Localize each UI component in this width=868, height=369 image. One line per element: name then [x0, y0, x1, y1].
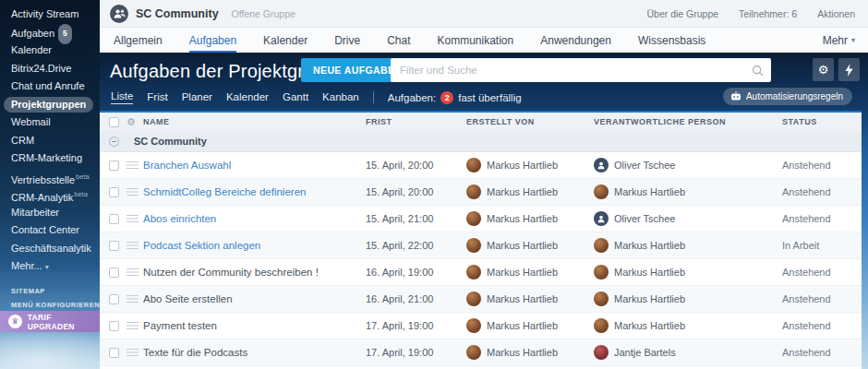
row-menu-icon[interactable] — [127, 268, 139, 270]
row-menu-icon[interactable] — [127, 295, 139, 297]
row-checkbox[interactable] — [109, 348, 119, 358]
collapse-group-icon[interactable] — [109, 137, 119, 147]
task-name-link[interactable]: SchmidtColleg Bereiche definieren — [143, 186, 366, 197]
column-settings-gear-icon[interactable]: ⚙ — [127, 116, 143, 128]
task-name-link[interactable]: Abo Seite erstellen — [143, 293, 366, 304]
task-due-date: 17. April, 19:00 — [366, 320, 466, 331]
sidebar-item-chat[interactable]: Chat und Anrufe — [0, 77, 100, 96]
sidebar-item-mehr[interactable]: Mehr...▾ — [0, 257, 100, 276]
tab-more[interactable]: Mehr▾ — [823, 28, 855, 53]
tab-anwendungen[interactable]: Anwendungen — [540, 28, 611, 53]
creator-name: Markus Hartlieb — [487, 320, 558, 331]
tab-kalender[interactable]: Kalender — [263, 28, 307, 53]
subtab-kanban[interactable]: Kanban — [322, 91, 359, 104]
column-header-frist[interactable]: FRIST — [366, 117, 466, 126]
about-group-link[interactable]: Über die Gruppe — [646, 8, 718, 19]
task-name-link[interactable]: Abos einrichten — [143, 213, 366, 224]
column-header-name[interactable]: NAME — [143, 117, 366, 126]
tab-drive[interactable]: Drive — [334, 28, 360, 53]
row-menu-icon[interactable] — [127, 242, 139, 244]
sidebar-item-crm-analytik[interactable]: CRM-Analytikbeta — [0, 185, 100, 204]
row-checkbox[interactable] — [109, 161, 119, 171]
group-header: SC Community Offene Gruppe Über die Grup… — [100, 0, 868, 28]
row-menu-icon[interactable] — [127, 349, 139, 351]
automation-rules-button[interactable]: Automatisierungsregeln — [723, 88, 852, 105]
subtab-frist[interactable]: Frist — [147, 91, 167, 104]
bitrix24-app: Activity Stream Aufgaben5 Kalender Bitri… — [0, 0, 868, 369]
column-header-status[interactable]: STATUS — [782, 117, 862, 126]
task-due-date: 17. April, 19:00 — [366, 347, 466, 358]
tab-wissensbasis[interactable]: Wissensbasis — [638, 28, 705, 53]
sidebar-item-projektgruppen[interactable]: Projektgruppen — [0, 96, 100, 114]
avatar — [466, 238, 481, 253]
sidebar-item-vertriebsstelle[interactable]: Vertriebsstellebeta — [0, 168, 100, 186]
settings-button[interactable]: ⚙ — [813, 58, 834, 81]
avatar — [594, 345, 609, 360]
tab-chat[interactable]: Chat — [387, 28, 410, 53]
members-count-link[interactable]: Teilnehmer: 6 — [739, 8, 797, 19]
sidebar-item-activity-stream[interactable]: Activity Stream — [0, 6, 100, 24]
sidebar-item-webmail[interactable]: Webmail — [0, 113, 100, 132]
quick-actions-button[interactable] — [838, 58, 860, 81]
subtab-planer[interactable]: Planer — [182, 91, 212, 104]
row-checkbox[interactable] — [109, 321, 119, 331]
sitemap-link[interactable]: SITEMAP — [0, 284, 100, 298]
sidebar-item-crm[interactable]: CRM — [0, 132, 100, 150]
tasks-table: ⚙ NAME FRIST ERSTELLT VON VERANTWORTLICH… — [100, 111, 862, 369]
upgrade-plan-button[interactable]: ♛ TARIF UPGRADEN — [0, 311, 100, 332]
task-name-link[interactable]: Texte für die Podcasts — [143, 347, 366, 358]
sidebar-item-kalender[interactable]: Kalender — [0, 42, 100, 60]
creator-name: Markus Hartlieb — [487, 186, 558, 197]
group-name: SC Community — [136, 7, 219, 20]
column-header-erstellt-von[interactable]: ERSTELLT VON — [466, 117, 594, 126]
task-name-link[interactable]: Branchen Auswahl — [143, 160, 366, 171]
task-due-date: 16. April, 21:00 — [366, 293, 466, 304]
group-avatar-icon — [110, 5, 128, 23]
actions-link[interactable]: Aktionen — [817, 8, 855, 19]
task-name-link[interactable]: Podcast Sektion anlegen — [143, 240, 366, 251]
configure-menu-link[interactable]: MENÜ KONFIGURIEREN — [0, 298, 100, 312]
tab-allgemein[interactable]: Allgemein — [114, 28, 163, 53]
task-status: Anstehend — [782, 347, 862, 358]
task-status: Anstehend — [782, 320, 862, 331]
overdue-count-badge: 2 — [440, 91, 453, 104]
assignee-name: Oliver Tschee — [614, 160, 675, 171]
sidebar-item-mitarbeiter[interactable]: Mitarbeiter — [0, 204, 100, 222]
row-checkbox[interactable] — [109, 241, 119, 251]
column-header-verantwortliche-person[interactable]: VERANTWORTLICHE PERSON — [594, 117, 782, 126]
search-input[interactable] — [400, 65, 752, 76]
sidebar-item-crm-marketing[interactable]: CRM-Marketing — [0, 149, 100, 168]
sidebar-item-label: Webmail — [11, 116, 51, 127]
row-checkbox[interactable] — [109, 214, 119, 224]
row-checkbox[interactable] — [109, 268, 119, 278]
subtab-gantt[interactable]: Gantt — [283, 91, 308, 104]
sidebar-item-contact-center[interactable]: Contact Center — [0, 221, 100, 240]
avatar — [466, 345, 481, 360]
row-menu-icon[interactable] — [127, 215, 139, 217]
avatar — [594, 238, 609, 253]
creator-name: Markus Hartlieb — [487, 293, 558, 304]
subtab-liste[interactable]: Liste — [111, 90, 133, 104]
select-all-checkbox[interactable] — [109, 117, 119, 127]
row-checkbox[interactable] — [109, 294, 119, 304]
sidebar-item-geschaeftsanalytik[interactable]: Geschäftsanalytik — [0, 240, 100, 258]
task-name-link[interactable]: Nutzen der Community beschreiben ! — [143, 267, 366, 278]
task-name-link[interactable]: Payment testen — [143, 320, 366, 331]
subtab-kalender[interactable]: Kalender — [226, 91, 269, 104]
creator-name: Markus Hartlieb — [487, 213, 558, 224]
avatar — [466, 318, 481, 333]
sidebar-item-aufgaben[interactable]: Aufgaben5 — [0, 24, 100, 42]
row-menu-icon[interactable] — [127, 188, 139, 190]
row-menu-icon[interactable] — [127, 161, 139, 163]
row-checkbox[interactable] — [109, 187, 119, 197]
overdue-counter[interactable]: Aufgaben: 2 fast überfällig — [388, 91, 522, 104]
assignee-name: Markus Hartlieb — [614, 186, 685, 197]
row-menu-icon[interactable] — [127, 322, 139, 324]
task-assignee: Markus Hartlieb — [594, 238, 782, 253]
sidebar-item-label: CRM-Analytik — [11, 192, 73, 203]
tab-aufgaben[interactable]: Aufgaben — [189, 28, 236, 53]
main-area: SC Community Offene Gruppe Über die Grup… — [100, 0, 868, 369]
tab-kommunikation[interactable]: Kommunikation — [438, 28, 514, 53]
sidebar-item-drive[interactable]: Bitrix24.Drive — [0, 60, 100, 78]
task-status: Anstehend — [782, 186, 862, 197]
